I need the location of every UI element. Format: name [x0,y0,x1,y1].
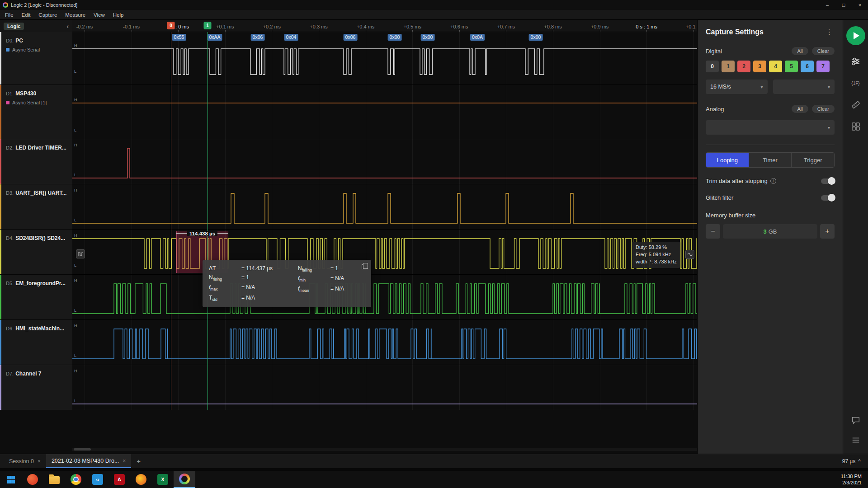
wave-row-d7[interactable]: HL [72,365,697,410]
taskbar-logic-app[interactable] [174,471,195,488]
wave-row-d1[interactable]: HL [72,85,697,139]
digital-channel-chip-5[interactable]: 5 [785,61,798,72]
waveform-d6[interactable] [72,320,697,365]
annotations-icon[interactable]: {1F} [850,78,861,89]
taskbar-excel[interactable]: X [152,471,174,488]
channel-label-d3[interactable]: D3.UART_ISR() UART... [0,184,72,230]
channel-label-d0[interactable]: D0.PCAsync Serial [0,32,72,85]
taskbar-vscode[interactable]: ‹› [87,471,108,488]
wave-row-d5[interactable]: HL [72,275,697,320]
wave-row-d2[interactable]: HL [72,139,697,184]
timing-marker-line-0[interactable] [171,32,171,410]
timing-marker-flag-0[interactable]: 0 [167,22,175,29]
digital-all-button[interactable]: All [792,47,808,55]
channel-label-d5[interactable]: D5.EM_foregroundPr... [0,275,72,320]
capture-mode-trigger[interactable]: Trigger [791,153,834,167]
serial-byte-annotation[interactable]: 0x00 [529,34,543,41]
taskbar-file-explorer[interactable] [43,471,65,488]
horizontal-scrollbar[interactable] [72,448,697,451]
memory-decrease-button[interactable]: − [706,224,720,239]
channel-label-d4[interactable]: D4.SD24BISR() SD24... [0,230,72,275]
waveform-d4[interactable] [72,230,697,275]
channel-label-d2[interactable]: D2.LED Driver TIMER... [0,139,72,184]
wave-row-d3[interactable]: HL [72,184,697,230]
menu-measure[interactable]: Measure [61,10,90,20]
measurement-annotation-icon[interactable] [685,250,694,259]
glitch-filter-toggle[interactable] [821,195,835,201]
copy-icon[interactable] [362,264,366,269]
sample-rate-dropdown[interactable]: 16 MS/s ▾ [706,80,768,94]
timing-marker-flag-1[interactable]: 1 [204,22,212,29]
analog-all-button[interactable]: All [792,105,808,113]
taskbar-adobe-reader[interactable]: A [108,471,130,488]
tab-capture-file[interactable]: 2021-02-03 MSP430 Dro... × [46,454,131,468]
digital-channel-chip-3[interactable]: 3 [753,61,766,72]
analog-clear-button[interactable]: Clear [812,105,835,113]
kebab-menu-icon[interactable]: ⋮ [824,28,835,36]
taskbar-start[interactable] [0,471,22,488]
waveform-d1[interactable] [72,85,697,139]
menu-view[interactable]: View [90,10,109,20]
digital-channel-chip-4[interactable]: 4 [769,61,782,72]
wave-row-d6[interactable]: HL [72,320,697,365]
menu-edit[interactable]: Edit [18,10,35,20]
feedback-icon[interactable] [851,416,860,427]
info-icon[interactable]: i [770,178,776,184]
capture-mode-looping[interactable]: Looping [706,153,749,167]
digital-clear-button[interactable]: Clear [812,47,835,55]
serial-byte-annotation[interactable]: 0x06 [344,34,358,41]
memory-increase-button[interactable]: + [820,224,835,239]
main-menu-icon[interactable] [851,436,860,446]
capture-duration[interactable]: 97 µs ^ [842,458,861,465]
serial-byte-annotation[interactable]: 0x04 [284,34,298,41]
scrollbar-thumb[interactable] [74,448,91,450]
measure-icon[interactable] [850,99,861,110]
waveform-d3[interactable] [72,184,697,230]
channel-label-d6[interactable]: D6.HMI_stateMachin... [0,320,72,365]
analog-rate-dropdown[interactable]: ▾ [706,120,835,135]
maximize-button[interactable]: □ [835,0,852,10]
close-button[interactable]: × [852,0,868,10]
timing-marker-line-1[interactable] [208,32,208,410]
menu-help[interactable]: Help [109,10,128,20]
waveform-area[interactable]: -0.2 ms-0.1 ms0 s : 0 ms+0.1 ms+0.2 ms+0… [72,20,697,454]
wave-row-d4[interactable]: HL [72,230,697,275]
capture-settings-icon[interactable] [850,56,861,67]
logic-logo-badge[interactable]: Logic [4,23,24,30]
waveform-d7[interactable] [72,365,697,410]
channel-label-d7[interactable]: D7.Channel 7 [0,365,72,410]
digital-channel-chip-6[interactable]: 6 [801,61,814,72]
serial-byte-annotation[interactable]: 0xAA [207,34,222,41]
serial-byte-annotation[interactable]: 0x00 [421,34,435,41]
serial-byte-annotation[interactable]: 0x00 [388,34,402,41]
serial-byte-annotation[interactable]: 0x06 [251,34,265,41]
waveform-d0[interactable] [72,32,697,85]
digital-secondary-dropdown[interactable]: ▾ [773,80,835,94]
channel-label-d1[interactable]: D1.MSP430Async Serial [1] [0,85,72,139]
tab-session-0[interactable]: Session 0 × [4,454,46,468]
measurement-handle-icon[interactable] [76,249,85,258]
extensions-icon[interactable] [850,121,861,132]
close-tab-icon[interactable]: × [38,458,41,465]
menu-capture[interactable]: Capture [34,10,61,20]
wave-row-d0[interactable]: HL [72,32,697,85]
menu-file[interactable]: File [1,10,18,20]
taskbar-chrome-browser[interactable] [65,471,87,488]
new-tab-button[interactable]: + [131,457,146,465]
serial-byte-annotation[interactable]: 0x0A [470,34,485,41]
taskbar-firefox[interactable] [130,471,152,488]
digital-channel-chip-2[interactable]: 2 [737,61,750,72]
serial-byte-annotation[interactable]: 0x55 [172,34,186,41]
start-capture-button[interactable] [846,26,865,45]
taskbar-clock[interactable]: 11:38 PM 2/3/2021 [841,471,868,488]
taskbar-brave-browser[interactable] [22,471,43,488]
capture-mode-timer[interactable]: Timer [749,153,792,167]
digital-channel-chip-0[interactable]: 0 [706,61,719,72]
digital-channel-chip-1[interactable]: 1 [722,61,735,72]
sidebar-collapse-button[interactable]: ‹ [66,23,69,30]
waveform-d2[interactable] [72,139,697,184]
timeline[interactable]: -0.2 ms-0.1 ms0 s : 0 ms+0.1 ms+0.2 ms+0… [72,20,697,32]
trim-data-toggle[interactable] [821,178,835,184]
waveform-d5[interactable] [72,275,697,320]
close-tab-icon[interactable]: × [123,458,126,464]
